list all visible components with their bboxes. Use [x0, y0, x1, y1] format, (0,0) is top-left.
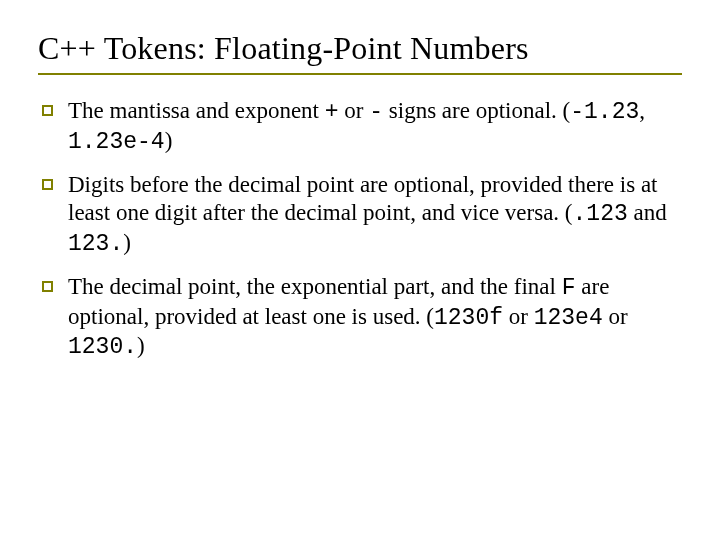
list-item: The mantissa and exponent + or - signs a…	[38, 97, 682, 157]
title-underline	[38, 73, 682, 75]
text: signs are optional. (	[383, 98, 570, 123]
list-item: Digits before the decimal point are opti…	[38, 171, 682, 259]
code-text: -1.23	[570, 99, 639, 125]
code-text: 123.	[68, 231, 123, 257]
bullet-list: The mantissa and exponent + or - signs a…	[38, 97, 682, 362]
code-text: F	[562, 275, 576, 301]
code-text: 1230.	[68, 334, 137, 360]
code-text: 1.23e-4	[68, 129, 165, 155]
text: )	[165, 128, 173, 153]
text: The decimal point, the exponential part,…	[68, 274, 562, 299]
code-text: .123	[573, 201, 628, 227]
text: or	[603, 304, 628, 329]
text: The mantissa and exponent	[68, 98, 325, 123]
code-text: +	[325, 99, 339, 125]
slide: C++ Tokens: Floating-Point Numbers The m…	[0, 0, 720, 540]
text: Digits before the decimal point are opti…	[68, 172, 658, 226]
list-item: The decimal point, the exponential part,…	[38, 273, 682, 362]
code-text: -	[369, 99, 383, 125]
text: or	[503, 304, 534, 329]
code-text: 123e4	[534, 305, 603, 331]
text: ,	[639, 98, 645, 123]
text: or	[339, 98, 370, 123]
text: )	[137, 333, 145, 358]
text: and	[628, 200, 667, 225]
text: )	[123, 230, 131, 255]
code-text: 1230f	[434, 305, 503, 331]
page-title: C++ Tokens: Floating-Point Numbers	[38, 30, 682, 67]
